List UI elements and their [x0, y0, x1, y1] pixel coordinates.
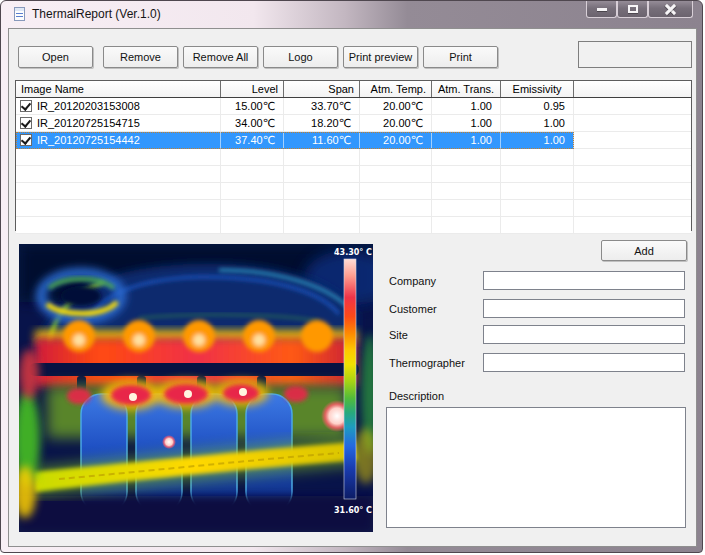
atm-temp-cell: 20.00℃: [360, 132, 432, 149]
description-label: Description: [389, 390, 444, 402]
column-header-span[interactable]: Span: [284, 81, 360, 97]
title-bar[interactable]: ThermalReport (Ver.1.0): [1, 1, 702, 28]
table-row[interactable]: IR_2012020315300815.00℃33.70℃20.00℃1.000…: [16, 98, 691, 115]
empty-cell: [284, 183, 360, 200]
empty-cell: [16, 217, 221, 234]
atm-temp-cell: 20.00℃: [360, 115, 432, 132]
column-header-filler: [574, 81, 691, 97]
empty-cell: [360, 183, 432, 200]
row-filler: [574, 200, 691, 217]
open-button[interactable]: Open: [18, 46, 93, 68]
column-header-atm-temp[interactable]: Atm. Temp.: [360, 81, 432, 97]
empty-cell: [221, 149, 284, 166]
empty-row-main: [16, 166, 574, 183]
image-name-text: IR_20120725154715: [37, 115, 140, 131]
table-row-main[interactable]: IR_2012072515444237.40℃11.60℃20.00℃1.001…: [16, 132, 574, 149]
logo-button[interactable]: Logo: [263, 46, 338, 68]
level-cell: 34.00℃: [221, 115, 284, 132]
image-name-cell: IR_20120203153008: [16, 98, 221, 115]
image-name-cell: IR_20120725154442: [16, 132, 221, 149]
add-button[interactable]: Add: [601, 240, 687, 261]
empty-cell: [16, 166, 221, 183]
empty-cell: [432, 200, 501, 217]
app-window: ThermalReport (Ver.1.0) Open Remove Remo…: [0, 0, 703, 553]
atm-trans-cell: 1.00: [432, 98, 501, 115]
empty-cell: [360, 149, 432, 166]
app-icon: [14, 7, 25, 21]
site-label: Site: [389, 329, 408, 341]
level-cell: 15.00℃: [221, 98, 284, 115]
row-filler: [574, 115, 691, 132]
empty-table-row[interactable]: [16, 149, 691, 166]
row-filler: [574, 98, 691, 115]
customer-field[interactable]: [483, 299, 685, 318]
remove-all-button[interactable]: Remove All: [183, 46, 258, 68]
empty-cell: [501, 166, 574, 183]
row-checkbox[interactable]: [20, 100, 32, 112]
remove-button[interactable]: Remove: [103, 46, 178, 68]
thermographer-label: Thermographer: [389, 357, 465, 369]
company-label: Company: [389, 275, 436, 287]
empty-cell: [360, 166, 432, 183]
empty-cell: [284, 166, 360, 183]
empty-table-row[interactable]: [16, 200, 691, 217]
empty-cell: [360, 200, 432, 217]
table-row-main[interactable]: IR_2012072515471534.00℃18.20℃20.00℃1.001…: [16, 115, 574, 132]
table-row-main[interactable]: IR_2012020315300815.00℃33.70℃20.00℃1.000…: [16, 98, 574, 115]
empty-table-row[interactable]: [16, 166, 691, 183]
close-icon: [664, 4, 677, 15]
row-filler: [574, 166, 691, 183]
row-filler: [574, 132, 691, 149]
window-controls: [586, 1, 693, 18]
description-field[interactable]: [386, 407, 686, 528]
thermographer-field[interactable]: [483, 353, 685, 372]
image-list-table: Image Name Level Span Atm. Temp. Atm. Tr…: [15, 80, 692, 231]
empty-cell: [221, 217, 284, 234]
atm-trans-cell: 1.00: [432, 132, 501, 149]
temperature-scale-bar: [344, 259, 356, 499]
table-row[interactable]: IR_2012072515444237.40℃11.60℃20.00℃1.001…: [16, 132, 691, 149]
empty-table-row[interactable]: [16, 183, 691, 200]
print-preview-button[interactable]: Print preview: [343, 46, 418, 68]
column-header-emissivity[interactable]: Emissivity: [501, 81, 574, 97]
atm-trans-cell: 1.00: [432, 115, 501, 132]
print-button[interactable]: Print: [423, 46, 498, 68]
row-checkbox[interactable]: [20, 134, 32, 146]
span-cell: 33.70℃: [284, 98, 360, 115]
span-cell: 18.20℃: [284, 115, 360, 132]
empty-cell: [432, 217, 501, 234]
span-cell: 11.60℃: [284, 132, 360, 149]
company-field[interactable]: [483, 271, 685, 290]
site-field[interactable]: [483, 325, 685, 344]
row-filler: [574, 217, 691, 234]
image-name-text: IR_20120725154442: [37, 132, 140, 148]
maximize-icon: [628, 5, 638, 13]
scale-max-label: 43.30° C: [334, 248, 372, 257]
level-cell: 37.40℃: [221, 132, 284, 149]
empty-cell: [284, 217, 360, 234]
minimize-icon: [597, 8, 607, 11]
empty-cell: [501, 217, 574, 234]
column-header-atm-trans[interactable]: Atm. Trans.: [432, 81, 501, 97]
empty-cell: [284, 200, 360, 217]
empty-cell: [16, 149, 221, 166]
empty-cell: [501, 200, 574, 217]
scale-min-label: 31.60° C: [334, 506, 372, 515]
window-title: ThermalReport (Ver.1.0): [32, 7, 161, 21]
column-header-image-name[interactable]: Image Name: [16, 81, 221, 97]
empty-table-row[interactable]: [16, 217, 691, 234]
table-row[interactable]: IR_2012072515471534.00℃18.20℃20.00℃1.001…: [16, 115, 691, 132]
row-filler: [574, 149, 691, 166]
image-name-text: IR_20120203153008: [37, 98, 140, 114]
close-button[interactable]: [648, 1, 693, 18]
column-header-level[interactable]: Level: [221, 81, 284, 97]
table-header[interactable]: Image Name Level Span Atm. Temp. Atm. Tr…: [16, 81, 691, 98]
minimize-button[interactable]: [586, 1, 617, 18]
empty-row-main: [16, 217, 574, 234]
maximize-button[interactable]: [617, 1, 648, 18]
empty-cell: [360, 217, 432, 234]
empty-cell: [501, 149, 574, 166]
atm-temp-cell: 20.00℃: [360, 98, 432, 115]
logo-preview-box: [578, 41, 692, 68]
row-checkbox[interactable]: [20, 117, 32, 129]
